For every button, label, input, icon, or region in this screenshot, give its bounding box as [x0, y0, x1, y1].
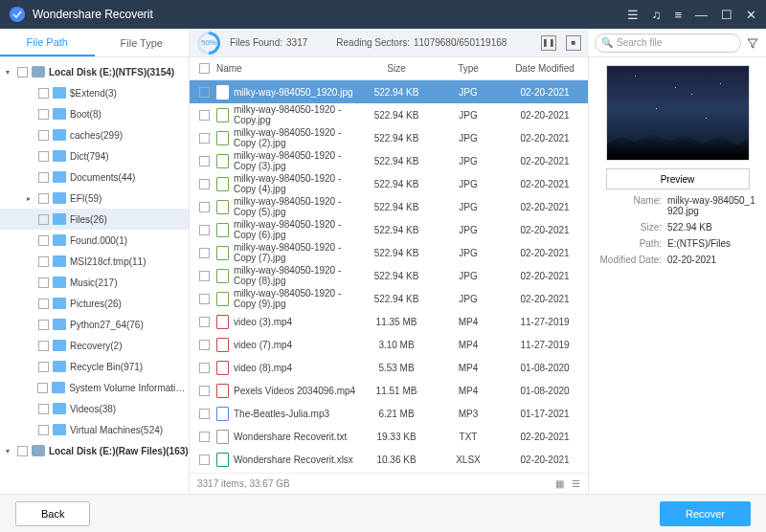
tree-folder-item[interactable]: Files(26) — [0, 209, 189, 230]
tab-file-type[interactable]: File Type — [95, 29, 190, 56]
tree-folder-item[interactable]: $Extend(3) — [0, 82, 189, 103]
expand-icon[interactable]: ▾ — [6, 447, 13, 455]
tab-file-path[interactable]: File Path — [0, 29, 95, 56]
column-size[interactable]: Size — [358, 63, 435, 74]
row-checkbox[interactable] — [199, 156, 210, 166]
headset-icon[interactable]: ♫ — [652, 8, 662, 22]
user-icon[interactable]: ☰ — [627, 8, 639, 22]
tree-checkbox[interactable] — [38, 341, 49, 351]
tree-checkbox[interactable] — [38, 193, 49, 204]
row-checkbox[interactable] — [199, 110, 210, 121]
table-row[interactable]: video (7).mp43.10 MBMP411-27-2019 — [190, 333, 588, 356]
tree-label: Python27_64(76) — [70, 320, 144, 330]
tree-folder-item[interactable]: Pictures(26) — [0, 293, 189, 314]
expand-icon[interactable]: ▾ — [6, 68, 13, 77]
tree-folder-item[interactable]: Music(217) — [0, 272, 189, 293]
column-type[interactable]: Type — [435, 63, 502, 74]
tree-checkbox[interactable] — [38, 425, 49, 435]
table-row[interactable]: video (8).mp45.53 MBMP401-08-2020 — [190, 356, 588, 379]
row-checkbox[interactable] — [199, 363, 210, 373]
row-checkbox[interactable] — [199, 87, 210, 98]
row-checkbox[interactable] — [199, 317, 210, 327]
tree-disk-item[interactable]: ▾Local Disk (E:)(NTFS)(3154) — [0, 61, 189, 82]
tree-checkbox[interactable] — [38, 277, 49, 288]
tree-checkbox[interactable] — [38, 235, 49, 246]
column-name[interactable]: Name — [216, 63, 358, 74]
table-row[interactable]: milky-way-984050-1920 - Copy (3).jpg522.… — [190, 149, 588, 172]
table-row[interactable]: Pexels Videos 2034096.mp411.51 MBMP401-0… — [190, 379, 588, 402]
tree-folder-item[interactable]: MSI218cf.tmp(11) — [0, 251, 189, 272]
tree-folder-item[interactable]: Videos(38) — [0, 398, 189, 419]
stop-scan-icon[interactable]: ■ — [566, 35, 581, 51]
tree-folder-item[interactable]: Documents(44) — [0, 166, 189, 188]
row-checkbox[interactable] — [199, 409, 210, 419]
table-row[interactable]: milky-way-984050-1920 - Copy (5).jpg522.… — [190, 195, 588, 218]
tree-checkbox[interactable] — [38, 404, 49, 414]
table-row[interactable]: milky-way-984050-1920 - Copy (8).jpg522.… — [190, 264, 588, 287]
tree-folder-item[interactable]: caches(299) — [0, 124, 189, 145]
tree-checkbox[interactable] — [38, 256, 49, 267]
tree-folder-item[interactable]: Dict(794) — [0, 145, 189, 166]
recover-button[interactable]: Recover — [660, 501, 751, 526]
list-view-icon[interactable]: ☰ — [572, 478, 580, 489]
table-row[interactable]: Wondershare Recoverit.xlsx10.36 KBXLSX02… — [190, 448, 588, 471]
table-body[interactable]: milky-way-984050_1920.jpg522.94 KBJPG02-… — [190, 80, 588, 473]
grid-view-icon[interactable]: ▦ — [555, 478, 564, 489]
row-checkbox[interactable] — [199, 271, 210, 281]
table-row[interactable]: milky-way-984050-1920 - Copy (6).jpg522.… — [190, 218, 588, 241]
select-all-checkbox[interactable] — [199, 63, 210, 74]
row-checkbox[interactable] — [199, 248, 210, 258]
row-checkbox[interactable] — [199, 202, 210, 212]
tree-folder-item[interactable]: Recycle Bin(971) — [0, 356, 189, 377]
tree-checkbox[interactable] — [38, 109, 49, 120]
table-row[interactable]: milky-way-984050-1920 - Copy.jpg522.94 K… — [190, 103, 588, 126]
search-input[interactable]: 🔍 Search file — [595, 33, 741, 53]
tree-checkbox[interactable] — [38, 214, 49, 225]
tree-folder-item[interactable]: Python27_64(76) — [0, 314, 189, 335]
tree-folder-item[interactable]: System Volume Information(50) — [0, 377, 189, 398]
table-row[interactable]: video (3).mp411.35 MBMP411-27-2019 — [190, 310, 588, 333]
preview-button[interactable]: Preview — [606, 168, 750, 189]
table-row[interactable]: milky-way-984050-1920 - Copy (9).jpg522.… — [190, 287, 588, 310]
tree-folder-item[interactable]: ▸EFI(59) — [0, 188, 189, 209]
menu-icon[interactable]: ≡ — [674, 8, 682, 22]
tree-checkbox[interactable] — [17, 446, 28, 456]
tree-folder-item[interactable]: Recovery(2) — [0, 335, 189, 356]
tree-folder-item[interactable]: Boot(8) — [0, 103, 189, 124]
tree-folder-item[interactable]: Virtual Machines(524) — [0, 419, 189, 440]
table-row[interactable]: milky-way-984050_1920.jpg522.94 KBJPG02-… — [190, 80, 588, 103]
tree-checkbox[interactable] — [37, 383, 48, 393]
table-row[interactable]: The-Beatles-Julia.mp36.21 MBMP301-17-202… — [190, 402, 588, 425]
column-date[interactable]: Date Modified — [502, 63, 588, 74]
tree-checkbox[interactable] — [17, 67, 28, 78]
back-button[interactable]: Back — [15, 501, 90, 526]
row-checkbox[interactable] — [199, 432, 210, 442]
table-row[interactable]: Wondershare Recoverit.txt19.33 KBTXT02-2… — [190, 425, 588, 448]
tree-folder-item[interactable]: Found.000(1) — [0, 230, 189, 251]
maximize-icon[interactable]: ☐ — [721, 8, 732, 22]
table-row[interactable]: milky-way-984050-1920 - Copy (7).jpg522.… — [190, 241, 588, 264]
row-checkbox[interactable] — [199, 225, 210, 235]
row-checkbox[interactable] — [199, 294, 210, 304]
expand-icon[interactable]: ▸ — [27, 194, 34, 203]
minimize-icon[interactable]: — — [695, 8, 708, 22]
pause-scan-icon[interactable]: ❚❚ — [541, 35, 556, 51]
row-checkbox[interactable] — [199, 179, 210, 189]
tree-checkbox[interactable] — [38, 130, 49, 141]
row-checkbox[interactable] — [199, 340, 210, 350]
tree-checkbox[interactable] — [38, 299, 49, 309]
tree-checkbox[interactable] — [38, 172, 49, 183]
tree-checkbox[interactable] — [38, 362, 49, 372]
folder-icon — [53, 255, 66, 267]
table-row[interactable]: milky-way-984050-1920 - Copy (2).jpg522.… — [190, 126, 588, 149]
row-checkbox[interactable] — [199, 386, 210, 396]
row-checkbox[interactable] — [199, 133, 210, 144]
tree-disk-item[interactable]: ▾Local Disk (E:)(Raw Files)(163) — [0, 440, 189, 461]
tree-checkbox[interactable] — [38, 151, 49, 162]
filter-icon[interactable] — [745, 35, 760, 51]
table-row[interactable]: milky-way-984050-1920 - Copy (4).jpg522.… — [190, 172, 588, 195]
tree-checkbox[interactable] — [38, 320, 49, 330]
tree-checkbox[interactable] — [38, 88, 49, 99]
close-icon[interactable]: ✕ — [746, 8, 756, 22]
row-checkbox[interactable] — [199, 454, 210, 465]
